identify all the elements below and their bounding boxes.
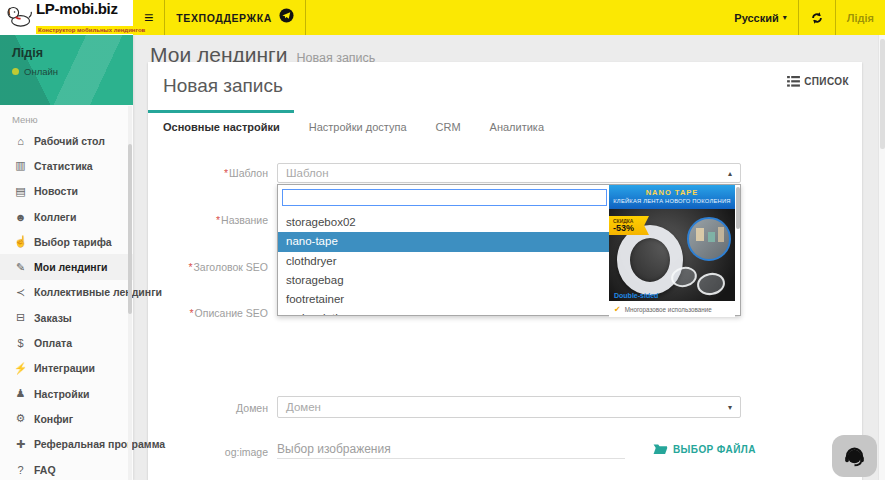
sidebar-item-label: Коллективные лендинги	[34, 286, 162, 298]
sidebar-item[interactable]: ▤ Новости	[0, 179, 133, 204]
support-chat-widget[interactable]	[832, 435, 877, 477]
dog-logo-icon	[6, 4, 32, 32]
my-landings-icon: ✎	[13, 261, 28, 274]
telegram-icon	[279, 8, 294, 27]
sidebar-scrollbar-thumb[interactable]	[128, 144, 132, 314]
tab-0[interactable]: Основные настройки	[148, 110, 294, 142]
preview-subtitle: КЛЕЙКАЯ ЛЕНТА НОВОГО ПОКОЛЕНИЯ	[609, 198, 735, 204]
dropdown-option[interactable]: storagebag	[278, 271, 611, 290]
colleagues-icon: ☻	[13, 211, 28, 223]
template-select-placeholder: Шаблон	[286, 167, 728, 179]
sidebar-item[interactable]: ✚ Реферальная программа	[0, 432, 133, 457]
page-scrollbar-thumb[interactable]	[880, 39, 885, 149]
sidebar-item-label: Реферальная программа	[34, 438, 165, 450]
sidebar-item-label: Выбор тарифа	[34, 236, 112, 248]
online-status-label: Онлайн	[24, 66, 58, 77]
preview-feature-text: Многоразовое использование	[625, 306, 712, 313]
orders-icon: ⊟	[13, 311, 28, 324]
sidebar-item[interactable]: ▥ Статистика	[0, 153, 133, 178]
sidebar: Лідія Онлайн Меню ⌂ Рабочий стол ▥ Стати…	[0, 35, 133, 480]
check-icon: ✔	[614, 305, 621, 314]
refresh-icon	[810, 11, 824, 25]
support-link[interactable]: ТЕХПОДДЕРЖКА	[165, 0, 305, 35]
chevron-down-icon: ▾	[728, 403, 732, 412]
sidebar-item[interactable]: ? FAQ	[0, 457, 133, 480]
sidebar-item-label: Конфиг	[34, 413, 73, 425]
sidebar-user-name: Лідія	[12, 46, 121, 60]
sidebar-item[interactable]: ⌂ Рабочий стол	[0, 128, 133, 153]
list-button-label: список	[804, 76, 849, 87]
template-field-label: Шаблон	[148, 167, 268, 179]
tab-3[interactable]: Аналитика	[475, 110, 558, 142]
payment-icon: $	[13, 337, 28, 349]
topbar: LP-mobi.biz Конструктор мобильных лендин…	[0, 0, 885, 35]
settings-icon: ♟	[13, 387, 28, 400]
sidebar-item[interactable]: ⚡ Интеграции	[0, 356, 133, 381]
news-icon: ▤	[13, 185, 28, 198]
list-button[interactable]: список	[787, 76, 849, 87]
sidebar-item-label: Интеграции	[34, 362, 95, 374]
dropdown-option[interactable]: springclothes	[278, 309, 611, 315]
sidebar-item[interactable]: ☻ Коллеги	[0, 204, 133, 229]
sidebar-item-label: Статистика	[34, 160, 93, 172]
sidebar-item-label: Рабочий стол	[34, 135, 105, 147]
sidebar-item-label: Заказы	[34, 312, 72, 324]
template-preview-image: NANO TAPE КЛЕЙКАЯ ЛЕНТА НОВОГО ПОКОЛЕНИЯ…	[609, 185, 735, 317]
form: Шаблон Шаблон ▴ Название Заголовок SEO О…	[148, 142, 862, 480]
dashboard-icon: ⌂	[13, 135, 28, 147]
tape-roll-image	[617, 225, 683, 295]
hamburger-menu-icon[interactable]: ≡	[133, 0, 164, 35]
integrations-icon: ⚡	[13, 362, 28, 375]
sidebar-item-label: Настройки	[34, 388, 89, 400]
dropdown-option[interactable]: storagebox02	[278, 213, 611, 232]
preview-caption: Double-sided	[614, 292, 658, 299]
sidebar-item[interactable]: ♟ Настройки	[0, 381, 133, 406]
chevron-up-icon: ▴	[728, 169, 732, 178]
dropdown-option[interactable]: nano-tape	[278, 232, 611, 251]
template-select[interactable]: Шаблон ▴	[277, 163, 741, 183]
list-icon	[787, 76, 800, 87]
domain-select[interactable]: Домен ▾	[277, 396, 741, 418]
topbar-username[interactable]: Лідія	[836, 0, 885, 35]
sidebar-item-label: Новости	[34, 185, 78, 197]
page-scrollbar[interactable]	[878, 35, 885, 480]
preview-inset-photo	[687, 217, 731, 261]
main-content: Мои лендинги Новая запись Новая запись с…	[133, 35, 885, 480]
tariff-icon: ☝	[13, 235, 28, 248]
dropdown-option[interactable]: footretainer	[278, 290, 611, 309]
card-title: Новая запись	[163, 75, 847, 97]
discount-badge: СКИДКА -53%	[609, 216, 649, 235]
referral-icon: ✚	[13, 438, 28, 451]
new-record-card: Новая запись список Основные настройкиНа…	[148, 62, 862, 480]
preview-title: NANO TAPE	[609, 188, 735, 197]
domain-field-label: Домен	[148, 402, 268, 414]
choose-file-label: выбор файла	[673, 444, 756, 455]
refresh-button[interactable]	[799, 0, 835, 35]
support-label: ТЕХПОДДЕРЖКА	[176, 12, 272, 24]
tab-2[interactable]: CRM	[421, 110, 475, 142]
sidebar-item-label: FAQ	[34, 464, 56, 476]
tab-bar: Основные настройкиНастройки доступаCRMАн…	[148, 110, 862, 142]
sidebar-item[interactable]: ☝ Выбор тарифа	[0, 229, 133, 254]
dropdown-scrollbar-thumb[interactable]	[736, 187, 740, 229]
sidebar-scrollbar[interactable]	[128, 106, 132, 480]
sidebar-item[interactable]: $ Оплата	[0, 330, 133, 355]
sidebar-item[interactable]: ✎ Мои лендинги	[0, 254, 133, 279]
choose-file-button[interactable]: выбор файла	[653, 443, 756, 455]
config-icon: ⚙	[13, 412, 28, 425]
sidebar-item[interactable]: ≺ Коллективные лендинги	[0, 280, 133, 305]
language-selector[interactable]: Русский ▾	[723, 0, 797, 35]
sidebar-item[interactable]: ⚙ Конфиг	[0, 406, 133, 431]
sidebar-user-panel: Лідія Онлайн	[0, 35, 133, 105]
logo-tagline: Конструктор мобильных лендингов	[36, 26, 147, 34]
tab-1[interactable]: Настройки доступа	[294, 110, 421, 142]
og-image-field-label: og:image	[148, 446, 268, 458]
dropdown-option[interactable]: clothdryer	[278, 252, 611, 271]
og-image-input[interactable]	[277, 439, 625, 459]
sidebar-item[interactable]: ⊟ Заказы	[0, 305, 133, 330]
dropdown-search-input[interactable]	[282, 189, 607, 206]
seo-description-field-label: Описание SEO	[148, 307, 268, 319]
folder-icon	[653, 443, 668, 455]
language-label: Русский	[734, 12, 778, 24]
logo[interactable]: LP-mobi.biz Конструктор мобильных лендин…	[0, 0, 133, 35]
